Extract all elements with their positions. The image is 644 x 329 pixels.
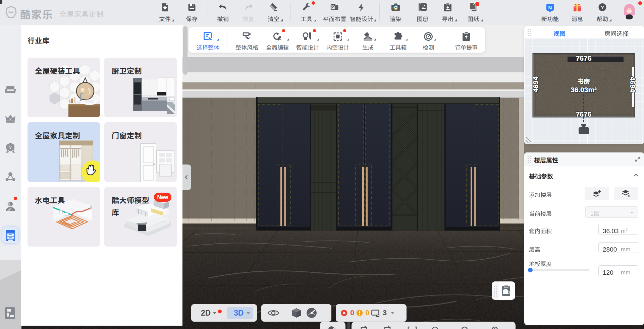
svg-text:36.03m²: 36.03m²: [571, 84, 597, 94]
svg-text:V: V: [9, 145, 12, 149]
svg-text:V: V: [9, 117, 12, 121]
svg-text:N: N: [548, 5, 552, 10]
svg-text:4694: 4694: [530, 76, 540, 92]
svg-text:7676: 7676: [576, 53, 592, 63]
svg-text:7676: 7676: [576, 109, 592, 119]
svg-text:?: ?: [601, 4, 604, 10]
svg-text:4694: 4694: [628, 77, 638, 92]
